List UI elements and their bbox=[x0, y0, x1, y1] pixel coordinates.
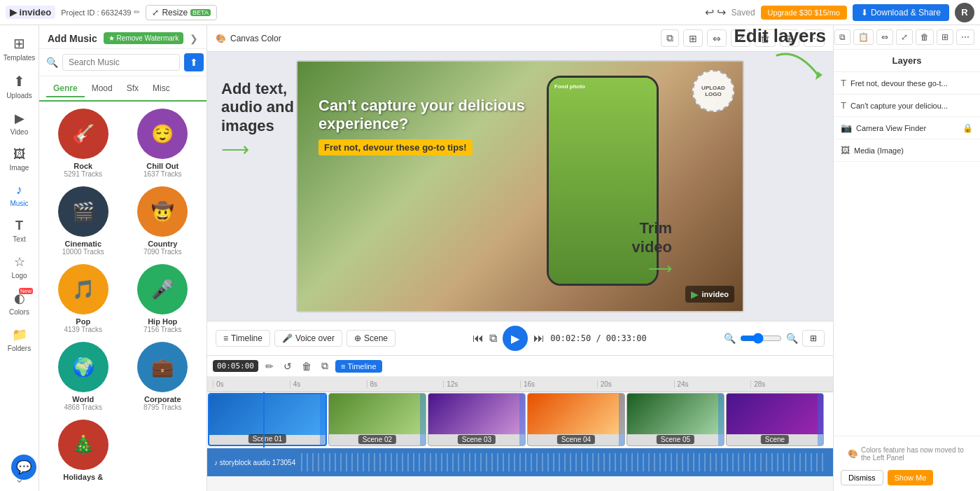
music-genre-item[interactable]: 💼 Corporate 8795 Tracks bbox=[126, 342, 200, 414]
layers-paste-button[interactable]: 📋 bbox=[853, 29, 874, 45]
sidebar-item-uploads[interactable]: ⬆ Uploads bbox=[0, 67, 38, 105]
scene-edit-button[interactable]: ✏ bbox=[262, 359, 276, 373]
tab-misc[interactable]: Misc bbox=[146, 81, 177, 96]
layer-copy-button[interactable]: ⧉ bbox=[661, 29, 679, 47]
scene-button[interactable]: ⊕ Scene bbox=[346, 330, 396, 347]
undo-button[interactable]: ↩ bbox=[705, 6, 714, 19]
show-me-button[interactable]: Show Me bbox=[888, 470, 934, 485]
ruler-mark: 16s bbox=[520, 380, 597, 388]
user-avatar[interactable]: R bbox=[955, 3, 974, 22]
canvas-area: 🎨 Canvas Color ⧉ ⊞ ⇔ ⤢ 🗑 ⊞ ⋯ Add text,au… bbox=[207, 25, 833, 491]
sidebar-item-folders[interactable]: 📁 Folders bbox=[0, 321, 38, 358]
scene-resize-handle[interactable] bbox=[320, 394, 326, 445]
upload-logo-button[interactable]: UPLOAD LOGO bbox=[692, 70, 734, 112]
genre-tabs: Genre Mood Sfx Misc bbox=[39, 76, 206, 102]
video-frame[interactable]: Food photo Can't capture your delicious … bbox=[296, 60, 744, 312]
layers-flip-button[interactable]: ⇔ bbox=[876, 29, 893, 45]
music-genre-item[interactable]: 🎬 Cinematic 10000 Tracks bbox=[46, 186, 120, 258]
search-music-input[interactable] bbox=[62, 54, 180, 71]
beta-badge: BETA bbox=[190, 9, 211, 16]
music-genre-item[interactable]: 🎸 Rock 5291 Tracks bbox=[46, 109, 120, 181]
layer-resize-button[interactable]: ⤢ bbox=[731, 29, 750, 47]
upgrade-button[interactable]: Upgrade $30 $15/mo bbox=[761, 6, 847, 20]
music-genre-item[interactable]: 🎵 Pop 4139 Tracks bbox=[46, 264, 120, 336]
scene-resize-handle[interactable] bbox=[619, 394, 624, 445]
layer-grid-button[interactable]: ⊞ bbox=[780, 29, 799, 47]
layers-delete-button[interactable]: 🗑 bbox=[916, 29, 934, 45]
download-button[interactable]: ⬇ Download & Share bbox=[853, 4, 949, 21]
scene-resize-handle[interactable] bbox=[420, 394, 426, 445]
skip-back-button[interactable]: ⏮ bbox=[472, 332, 484, 345]
music-panel-collapse-button[interactable]: ❯ bbox=[190, 33, 198, 44]
sidebar-item-logo[interactable]: ☆ Logo bbox=[0, 249, 38, 285]
image-icon: 🖼 bbox=[13, 147, 26, 162]
tab-sfx[interactable]: Sfx bbox=[120, 81, 146, 96]
dismiss-button[interactable]: Dismiss bbox=[841, 470, 883, 485]
layers-copy-button[interactable]: ⧉ bbox=[834, 29, 850, 45]
layer-item[interactable]: 🖼 Media (Image) bbox=[834, 139, 980, 162]
sidebar-label-video: Video bbox=[10, 128, 28, 136]
layer-name: Media (Image) bbox=[854, 146, 973, 155]
sidebar-item-image[interactable]: 🖼 Image bbox=[0, 141, 38, 177]
voice-over-button[interactable]: 🎤 Voice over bbox=[274, 330, 342, 347]
layer-delete-button[interactable]: 🗑 bbox=[755, 29, 776, 47]
chat-bubble-button[interactable]: 💬 bbox=[11, 455, 36, 480]
timeline-tab-button[interactable]: ≡ Timeline bbox=[216, 330, 270, 347]
scene-item[interactable]: Scene 03 bbox=[428, 393, 526, 446]
layers-more-button[interactable]: ⋯ bbox=[956, 29, 974, 45]
music-genre-item[interactable]: 🎄 Holidays & bbox=[46, 420, 120, 484]
layer-paste-button[interactable]: ⊞ bbox=[683, 29, 703, 47]
music-genre-item[interactable]: 🎤 Hip Hop 7156 Tracks bbox=[126, 264, 200, 336]
tab-mood[interactable]: Mood bbox=[85, 81, 120, 96]
sidebar-item-music[interactable]: ♪ Music bbox=[0, 177, 38, 213]
tab-genre[interactable]: Genre bbox=[46, 81, 85, 97]
music-genre-name: Chill Out bbox=[146, 162, 178, 170]
layer-item[interactable]: T Can't capture your deliciou... bbox=[834, 95, 980, 117]
scene-loop-button[interactable]: ↺ bbox=[281, 359, 295, 373]
scene-item[interactable]: Scene 02 bbox=[328, 393, 426, 446]
resize-button[interactable]: ⤢ Resize BETA bbox=[146, 5, 217, 20]
music-genre-tracks: 4139 Tracks bbox=[64, 326, 102, 333]
scene-resize-handle[interactable] bbox=[519, 394, 525, 445]
sidebar-item-video[interactable]: ▶ Video bbox=[0, 105, 38, 141]
expand-timeline-button[interactable]: ⊞ bbox=[802, 330, 825, 347]
music-genre-item[interactable]: 😌 Chill Out 1637 Tracks bbox=[126, 109, 200, 181]
redo-button[interactable]: ↪ bbox=[717, 6, 726, 19]
upload-music-button[interactable]: ⬆ bbox=[184, 53, 204, 71]
music-genre-item[interactable]: 🤠 Country 7090 Tracks bbox=[126, 186, 200, 258]
scene-timeline-button[interactable]: ≡ Timeline bbox=[335, 360, 382, 373]
invideo-logo[interactable]: ▶ invideo bbox=[6, 6, 55, 19]
sidebar-item-text[interactable]: T Text bbox=[0, 213, 38, 249]
skip-forward-button[interactable]: ⏭ bbox=[533, 332, 545, 345]
canvas-color-button[interactable]: 🎨 Canvas Color bbox=[216, 34, 281, 43]
scene-item[interactable]: Scene bbox=[726, 393, 824, 446]
music-genre-item[interactable]: 🌍 World 4868 Tracks bbox=[46, 342, 120, 414]
scene-item[interactable]: Scene 05 bbox=[626, 393, 724, 446]
layer-more-button[interactable]: ⋯ bbox=[804, 29, 825, 47]
scene-delete-button[interactable]: 🗑 bbox=[299, 359, 314, 373]
layer-item[interactable]: 📷 Camera View Finder 🔒 bbox=[834, 117, 980, 139]
scene-label: Scene 02 bbox=[358, 435, 396, 444]
layers-resize-button[interactable]: ⤢ bbox=[896, 29, 913, 45]
layers-grid-button[interactable]: ⊞ bbox=[937, 29, 953, 45]
scene-copy-button[interactable]: ⧉ bbox=[318, 359, 331, 373]
timeline[interactable]: 00:05:00 ✏ ↺ 🗑 ⧉ ≡ Timeline 0s4s8s12s16s… bbox=[207, 356, 833, 491]
playhead[interactable] bbox=[263, 392, 265, 448]
layer-item[interactable]: T Fret not, devour these go-t... bbox=[834, 72, 980, 95]
layer-type-icon: T bbox=[841, 100, 846, 111]
scene-resize-handle[interactable] bbox=[818, 394, 823, 445]
play-button[interactable]: ▶ bbox=[503, 326, 528, 351]
scene-item[interactable]: Scene 04 bbox=[527, 393, 625, 446]
layer-flip-button[interactable]: ⇔ bbox=[707, 29, 727, 47]
sidebar-item-templates[interactable]: ⊞ Templates bbox=[0, 29, 38, 67]
music-genre-name: Cinematic bbox=[64, 240, 102, 248]
scene-item[interactable]: Scene 01 bbox=[208, 393, 327, 446]
zoom-in-button[interactable]: 🔍 bbox=[786, 333, 798, 344]
remove-watermark-button[interactable]: ★ Remove Watermark bbox=[104, 32, 184, 44]
copy-button[interactable]: ⧉ bbox=[489, 332, 497, 345]
zoom-slider[interactable] bbox=[740, 333, 782, 344]
sidebar-item-colors[interactable]: New ◐ Colors bbox=[0, 285, 38, 321]
zoom-out-button[interactable]: 🔍 bbox=[724, 333, 736, 344]
edit-project-icon[interactable]: ✏ bbox=[134, 8, 140, 17]
scene-resize-handle[interactable] bbox=[718, 394, 724, 445]
